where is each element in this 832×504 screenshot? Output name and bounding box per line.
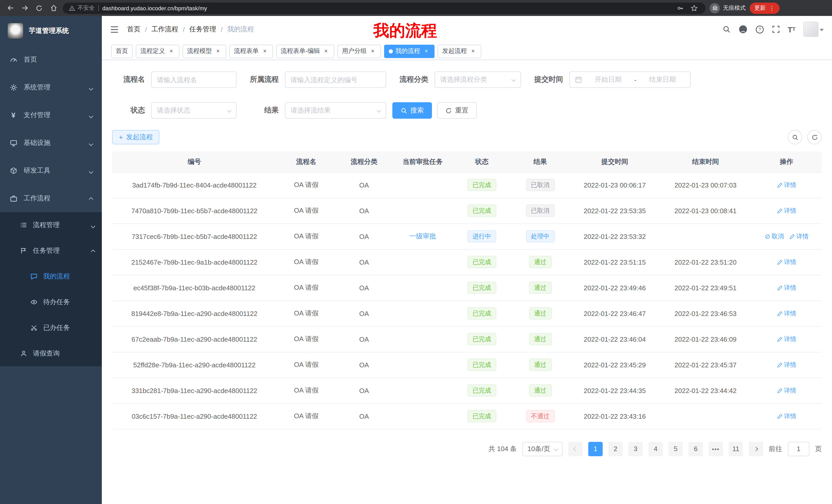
chevron-down-icon <box>89 167 93 174</box>
page-button-6[interactable]: 6 <box>688 442 703 456</box>
detail-link[interactable]: 详情 <box>789 232 809 241</box>
bookmark-star-icon[interactable] <box>689 3 699 13</box>
chevron-up-icon <box>92 247 95 255</box>
result-select[interactable]: 请选择流结果 <box>285 102 386 119</box>
monitor-icon <box>9 139 18 147</box>
process-table: 编号 流程名 流程分类 当前审批任务 状态 结果 提交时间 结束时间 操作 <box>112 151 822 429</box>
status-badge: 进行中 <box>467 230 496 243</box>
close-icon[interactable]: × <box>261 48 268 55</box>
back-icon[interactable] <box>5 3 16 13</box>
detail-link[interactable]: 详情 <box>777 335 796 343</box>
detail-link[interactable]: 详情 <box>777 180 796 189</box>
sidebar-item-task-mgmt[interactable]: 任务管理 <box>0 238 102 263</box>
breadcrumb-task-mgmt[interactable]: 任务管理 <box>189 25 216 34</box>
detail-link[interactable]: 详情 <box>777 386 796 395</box>
incognito-label: 无痕模式 <box>723 4 746 12</box>
workflow-submenu: 流程管理 任务管理 我的流程 <box>0 212 102 366</box>
update-button[interactable]: 更新 ⋮ <box>750 2 780 13</box>
page-size-select[interactable]: 10条/页 <box>522 442 563 456</box>
detail-link[interactable]: 详情 <box>777 360 796 369</box>
start-date-placeholder[interactable]: 开始日期 <box>595 75 621 84</box>
key-icon[interactable] <box>675 3 685 13</box>
sidebar-item-process-mgmt[interactable]: 流程管理 <box>0 212 102 238</box>
sidebar-item-devtools[interactable]: 研发工具 <box>0 157 102 185</box>
status-select[interactable]: 请选择状态 <box>151 102 237 119</box>
sidebar-item-system[interactable]: 系统管理 <box>0 74 102 101</box>
end-date-placeholder[interactable]: 结束日期 <box>649 75 676 84</box>
page-button-11[interactable]: 11 <box>729 442 743 456</box>
hamburger-icon[interactable] <box>110 25 119 34</box>
process-name-input[interactable] <box>157 76 231 83</box>
app-logo[interactable]: 芋道管理系统 <box>0 16 102 46</box>
sidebar-item-home[interactable]: 首页 <box>0 46 102 74</box>
close-icon[interactable]: × <box>214 48 222 55</box>
sidebar-item-workflow[interactable]: 工作流程 <box>0 185 102 212</box>
search-button[interactable]: 搜索 <box>392 102 432 119</box>
page-button-5[interactable]: 5 <box>669 442 683 456</box>
forward-icon[interactable] <box>20 3 30 13</box>
status-label: 状态 <box>112 106 151 115</box>
reload-icon[interactable] <box>34 3 44 13</box>
address-bar[interactable]: 不安全 dashboard.yudao.iocoder.cn/bpm/task/… <box>63 2 705 13</box>
tab-home[interactable]: 首页 <box>111 45 133 58</box>
security-chip[interactable]: 不安全 <box>69 4 95 12</box>
tab-process-form[interactable]: 流程表单 × <box>229 45 273 58</box>
user-menu[interactable] <box>803 22 824 37</box>
browser-menu-icon[interactable]: ⋮ <box>769 5 775 11</box>
tab-user-group[interactable]: 用户分组 × <box>337 45 381 58</box>
help-icon[interactable]: ? <box>755 25 764 34</box>
fullscreen-icon[interactable] <box>772 25 780 33</box>
home-icon[interactable] <box>48 3 59 13</box>
table-row: 7317cec6-7b9b-11ec-b5b7-acde48001122 OA … <box>112 223 822 249</box>
sidebar-item-my-process[interactable]: 我的流程 <box>0 263 102 289</box>
reset-button[interactable]: 重置 <box>437 102 477 119</box>
tab-process-model[interactable]: 流程模型 × <box>183 45 226 58</box>
github-icon[interactable] <box>738 25 747 34</box>
sidebar-item-done-task[interactable]: 已办任务 <box>0 315 102 341</box>
show-search-button[interactable] <box>788 130 802 144</box>
more-pages-icon[interactable]: ••• <box>709 442 723 456</box>
date-range-picker[interactable]: 开始日期 - 结束日期 <box>569 72 691 88</box>
tab-my-process[interactable]: 我的流程 × <box>384 45 435 58</box>
breadcrumb-workflow[interactable]: 工作流程 <box>151 25 178 34</box>
sidebar-item-payment[interactable]: ¥ 支付管理 <box>0 101 102 129</box>
close-icon[interactable]: × <box>423 48 430 55</box>
goto-page-input[interactable] <box>788 442 809 456</box>
page-button-3[interactable]: 3 <box>628 442 643 456</box>
font-size-icon[interactable]: TT <box>787 25 796 33</box>
process-def-input[interactable] <box>290 76 381 83</box>
detail-link[interactable]: 详情 <box>777 206 796 215</box>
category-select[interactable]: 请选择流程分类 <box>435 72 521 88</box>
calendar-icon <box>575 76 582 83</box>
start-process-button[interactable]: + 发起流程 <box>112 130 159 144</box>
next-page-button[interactable] <box>749 442 763 456</box>
detail-link[interactable]: 详情 <box>777 258 796 267</box>
tab-process-definition[interactable]: 流程定义 × <box>136 45 179 58</box>
close-icon[interactable]: × <box>322 48 330 55</box>
page-button-1[interactable]: 1 <box>588 442 603 456</box>
breadcrumb-home[interactable]: 首页 <box>127 25 140 34</box>
sidebar-item-leave-query[interactable]: 请假查询 <box>0 341 102 366</box>
refresh-table-button[interactable] <box>807 130 822 144</box>
detail-link[interactable]: 详情 <box>777 309 796 318</box>
url-text[interactable]: dashboard.yudao.iocoder.cn/bpm/task/my <box>102 5 207 11</box>
close-icon[interactable]: × <box>167 48 175 55</box>
incognito-icon <box>710 3 720 13</box>
scissors-icon <box>30 324 38 331</box>
cancel-link[interactable]: 取消 <box>764 232 784 241</box>
sidebar-item-todo-task[interactable]: 待办任务 <box>0 289 102 315</box>
detail-link[interactable]: 详情 <box>777 283 796 292</box>
avatar[interactable] <box>803 22 818 37</box>
current-task-link[interactable]: 一级审批 <box>409 232 436 240</box>
page-button-4[interactable]: 4 <box>648 442 663 456</box>
prev-page-button[interactable] <box>568 442 582 456</box>
close-icon[interactable]: × <box>469 48 477 55</box>
tab-process-form-edit[interactable]: 流程表单-编辑 × <box>276 45 334 58</box>
cube-icon <box>9 167 18 174</box>
page-button-2[interactable]: 2 <box>608 442 623 456</box>
search-icon[interactable] <box>722 25 730 33</box>
detail-link[interactable]: 详情 <box>777 412 796 421</box>
close-icon[interactable]: × <box>369 48 376 55</box>
tab-start-process[interactable]: 发起流程 × <box>438 45 481 58</box>
sidebar-item-infra[interactable]: 基础设施 <box>0 129 102 157</box>
